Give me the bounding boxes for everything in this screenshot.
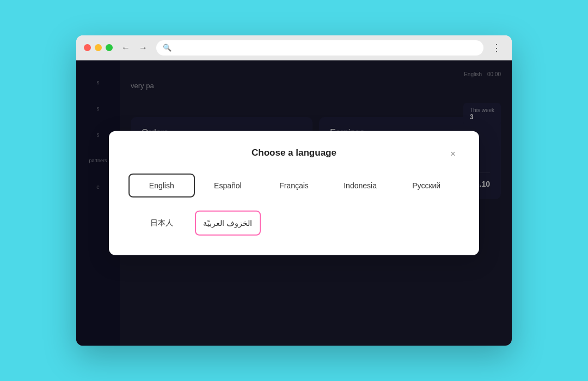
modal-title: Choose a language: [252, 148, 336, 158]
forward-button[interactable]: →: [136, 40, 151, 56]
browser-titlebar: ← → 🔍 ⋮: [76, 35, 512, 60]
search-icon: 🔍: [163, 44, 171, 52]
lang-option-indonesia[interactable]: Indonesia: [327, 174, 394, 198]
nav-buttons: ← →: [118, 40, 151, 56]
lang-label-english: English: [149, 181, 174, 190]
traffic-light-green[interactable]: [106, 44, 113, 51]
traffic-lights: [84, 44, 113, 51]
modal-close-button[interactable]: ×: [446, 148, 460, 161]
traffic-light-red[interactable]: [84, 44, 91, 51]
language-grid: English Español Français Indonesia Русск…: [128, 174, 460, 236]
lang-option-espanol[interactable]: Español: [195, 174, 261, 198]
lang-option-japanese[interactable]: 日本人: [128, 211, 195, 236]
language-modal: Choose a language × English Español Fran…: [109, 131, 479, 255]
browser-content: s s s partners e English 00:00 very pa T…: [76, 60, 512, 346]
address-bar[interactable]: 🔍: [156, 40, 483, 56]
lang-label-indonesia: Indonesia: [344, 181, 377, 190]
more-options-button[interactable]: ⋮: [489, 40, 504, 56]
lang-label-arabic: الخزوف العربيّة: [203, 219, 252, 228]
lang-option-english[interactable]: English: [128, 174, 195, 198]
modal-header: Choose a language ×: [128, 148, 460, 158]
lang-label-espanol: Español: [214, 181, 242, 190]
traffic-light-yellow[interactable]: [95, 44, 102, 51]
lang-label-francais: Français: [279, 181, 309, 190]
lang-label-japanese: 日本人: [150, 218, 173, 228]
back-button[interactable]: ←: [118, 40, 133, 56]
lang-option-francais[interactable]: Français: [261, 174, 327, 198]
lang-label-russian: Русский: [412, 181, 440, 190]
lang-option-russian[interactable]: Русский: [393, 174, 460, 198]
lang-option-arabic[interactable]: الخزوف العربيّة: [195, 211, 261, 236]
browser-window: ← → 🔍 ⋮ s s s partners e English: [76, 35, 512, 346]
